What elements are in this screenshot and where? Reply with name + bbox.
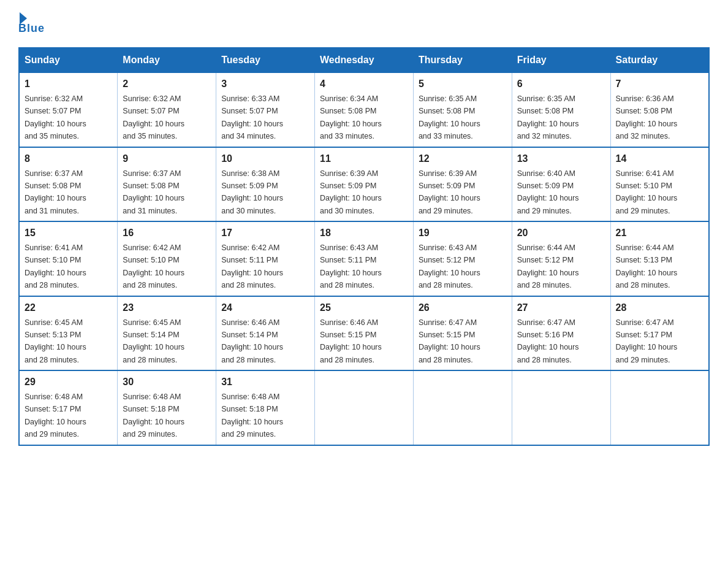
day-number: 17 [221, 226, 309, 240]
calendar-cell: 1 Sunrise: 6:32 AMSunset: 5:07 PMDayligh… [19, 72, 118, 147]
calendar-cell: 14 Sunrise: 6:41 AMSunset: 5:10 PMDaylig… [610, 147, 709, 222]
week-row-2: 8 Sunrise: 6:37 AMSunset: 5:08 PMDayligh… [19, 147, 709, 222]
day-number: 15 [25, 226, 112, 240]
day-info: Sunrise: 6:34 AMSunset: 5:08 PMDaylight:… [320, 94, 382, 140]
day-info: Sunrise: 6:43 AMSunset: 5:12 PMDaylight:… [419, 243, 480, 289]
week-row-3: 15 Sunrise: 6:41 AMSunset: 5:10 PMDaylig… [19, 221, 709, 296]
calendar-cell: 30 Sunrise: 6:48 AMSunset: 5:18 PMDaylig… [118, 370, 216, 445]
calendar-cell: 21 Sunrise: 6:44 AMSunset: 5:13 PMDaylig… [610, 221, 709, 296]
week-row-5: 29 Sunrise: 6:48 AMSunset: 5:17 PMDaylig… [19, 370, 709, 445]
weekday-header-monday: Monday [118, 48, 216, 72]
calendar-cell: 22 Sunrise: 6:45 AMSunset: 5:13 PMDaylig… [19, 296, 118, 371]
day-info: Sunrise: 6:43 AMSunset: 5:11 PMDaylight:… [320, 243, 382, 289]
calendar-cell: 28 Sunrise: 6:47 AMSunset: 5:17 PMDaylig… [610, 296, 709, 371]
day-number: 23 [123, 301, 211, 315]
calendar-cell: 18 Sunrise: 6:43 AMSunset: 5:11 PMDaylig… [315, 221, 414, 296]
day-info: Sunrise: 6:42 AMSunset: 5:11 PMDaylight:… [221, 243, 283, 289]
day-info: Sunrise: 6:46 AMSunset: 5:14 PMDaylight:… [221, 318, 283, 364]
calendar-cell: 7 Sunrise: 6:36 AMSunset: 5:08 PMDayligh… [610, 72, 709, 147]
day-number: 9 [123, 151, 211, 166]
day-number: 14 [616, 151, 703, 166]
calendar-cell: 12 Sunrise: 6:39 AMSunset: 5:09 PMDaylig… [413, 147, 512, 222]
weekday-header-friday: Friday [512, 48, 610, 72]
day-number: 5 [419, 77, 507, 91]
calendar-cell: 19 Sunrise: 6:43 AMSunset: 5:12 PMDaylig… [413, 221, 512, 296]
calendar-cell: 15 Sunrise: 6:41 AMSunset: 5:10 PMDaylig… [19, 221, 118, 296]
day-info: Sunrise: 6:38 AMSunset: 5:09 PMDaylight:… [221, 169, 283, 215]
day-info: Sunrise: 6:40 AMSunset: 5:09 PMDaylight:… [517, 169, 579, 215]
day-info: Sunrise: 6:48 AMSunset: 5:18 PMDaylight:… [123, 393, 184, 439]
calendar-cell: 17 Sunrise: 6:42 AMSunset: 5:11 PMDaylig… [216, 221, 315, 296]
calendar-cell: 31 Sunrise: 6:48 AMSunset: 5:18 PMDaylig… [216, 370, 315, 445]
day-info: Sunrise: 6:44 AMSunset: 5:12 PMDaylight:… [517, 243, 579, 289]
calendar-cell: 20 Sunrise: 6:44 AMSunset: 5:12 PMDaylig… [512, 221, 610, 296]
day-info: Sunrise: 6:45 AMSunset: 5:14 PMDaylight:… [123, 318, 184, 364]
calendar-cell: 6 Sunrise: 6:35 AMSunset: 5:08 PMDayligh… [512, 72, 610, 147]
calendar-cell: 25 Sunrise: 6:46 AMSunset: 5:15 PMDaylig… [315, 296, 414, 371]
calendar-cell: 9 Sunrise: 6:37 AMSunset: 5:08 PMDayligh… [118, 147, 216, 222]
weekday-header-saturday: Saturday [610, 48, 709, 72]
day-info: Sunrise: 6:48 AMSunset: 5:18 PMDaylight:… [221, 393, 283, 439]
day-number: 12 [419, 151, 507, 166]
day-info: Sunrise: 6:35 AMSunset: 5:08 PMDaylight:… [419, 94, 480, 140]
day-number: 2 [123, 77, 211, 91]
day-info: Sunrise: 6:46 AMSunset: 5:15 PMDaylight:… [320, 318, 382, 364]
calendar-cell: 10 Sunrise: 6:38 AMSunset: 5:09 PMDaylig… [216, 147, 315, 222]
day-info: Sunrise: 6:47 AMSunset: 5:16 PMDaylight:… [517, 318, 579, 364]
calendar-cell: 4 Sunrise: 6:34 AMSunset: 5:08 PMDayligh… [315, 72, 414, 147]
day-info: Sunrise: 6:33 AMSunset: 5:07 PMDaylight:… [221, 94, 283, 140]
weekday-header-tuesday: Tuesday [216, 48, 315, 72]
week-row-4: 22 Sunrise: 6:45 AMSunset: 5:13 PMDaylig… [19, 296, 709, 371]
calendar-cell: 8 Sunrise: 6:37 AMSunset: 5:08 PMDayligh… [19, 147, 118, 222]
day-info: Sunrise: 6:39 AMSunset: 5:09 PMDaylight:… [320, 169, 382, 215]
weekday-header-sunday: Sunday [19, 48, 118, 72]
weekday-header-row: SundayMondayTuesdayWednesdayThursdayFrid… [19, 48, 709, 72]
week-row-1: 1 Sunrise: 6:32 AMSunset: 5:07 PMDayligh… [19, 72, 709, 147]
day-info: Sunrise: 6:45 AMSunset: 5:13 PMDaylight:… [25, 318, 86, 364]
calendar-cell: 23 Sunrise: 6:45 AMSunset: 5:14 PMDaylig… [118, 296, 216, 371]
day-number: 4 [320, 77, 408, 91]
calendar-cell: 27 Sunrise: 6:47 AMSunset: 5:16 PMDaylig… [512, 296, 610, 371]
calendar-cell: 3 Sunrise: 6:33 AMSunset: 5:07 PMDayligh… [216, 72, 315, 147]
day-number: 18 [320, 226, 408, 240]
calendar-cell: 29 Sunrise: 6:48 AMSunset: 5:17 PMDaylig… [19, 370, 118, 445]
logo-underline: Blue [18, 22, 45, 35]
day-number: 6 [517, 77, 605, 91]
calendar-cell [413, 370, 512, 445]
day-number: 10 [221, 151, 309, 166]
day-info: Sunrise: 6:44 AMSunset: 5:13 PMDaylight:… [616, 243, 678, 289]
calendar-cell: 24 Sunrise: 6:46 AMSunset: 5:14 PMDaylig… [216, 296, 315, 371]
calendar-cell: 13 Sunrise: 6:40 AMSunset: 5:09 PMDaylig… [512, 147, 610, 222]
day-info: Sunrise: 6:37 AMSunset: 5:08 PMDaylight:… [123, 169, 184, 215]
day-info: Sunrise: 6:42 AMSunset: 5:10 PMDaylight:… [123, 243, 184, 289]
day-number: 31 [221, 375, 309, 389]
day-number: 21 [616, 226, 703, 240]
day-info: Sunrise: 6:39 AMSunset: 5:09 PMDaylight:… [419, 169, 480, 215]
day-number: 8 [25, 151, 112, 166]
day-info: Sunrise: 6:47 AMSunset: 5:15 PMDaylight:… [419, 318, 480, 364]
day-number: 29 [25, 375, 112, 389]
page-header: Blue [18, 12, 710, 35]
day-number: 1 [25, 77, 112, 91]
weekday-header-wednesday: Wednesday [315, 48, 414, 72]
day-number: 26 [419, 301, 507, 315]
calendar-cell: 26 Sunrise: 6:47 AMSunset: 5:15 PMDaylig… [413, 296, 512, 371]
calendar-cell: 11 Sunrise: 6:39 AMSunset: 5:09 PMDaylig… [315, 147, 414, 222]
day-number: 27 [517, 301, 605, 315]
day-number: 11 [320, 151, 408, 166]
day-number: 7 [616, 77, 703, 91]
calendar-cell: 16 Sunrise: 6:42 AMSunset: 5:10 PMDaylig… [118, 221, 216, 296]
calendar-cell [315, 370, 414, 445]
day-info: Sunrise: 6:35 AMSunset: 5:08 PMDaylight:… [517, 94, 579, 140]
day-number: 20 [517, 226, 605, 240]
day-info: Sunrise: 6:48 AMSunset: 5:17 PMDaylight:… [25, 393, 86, 439]
day-number: 19 [419, 226, 507, 240]
day-number: 30 [123, 375, 211, 389]
logo: Blue [18, 12, 45, 35]
day-info: Sunrise: 6:47 AMSunset: 5:17 PMDaylight:… [616, 318, 678, 364]
calendar-cell [512, 370, 610, 445]
day-info: Sunrise: 6:32 AMSunset: 5:07 PMDaylight:… [123, 94, 184, 140]
day-number: 16 [123, 226, 211, 240]
day-number: 22 [25, 301, 112, 315]
day-number: 3 [221, 77, 309, 91]
